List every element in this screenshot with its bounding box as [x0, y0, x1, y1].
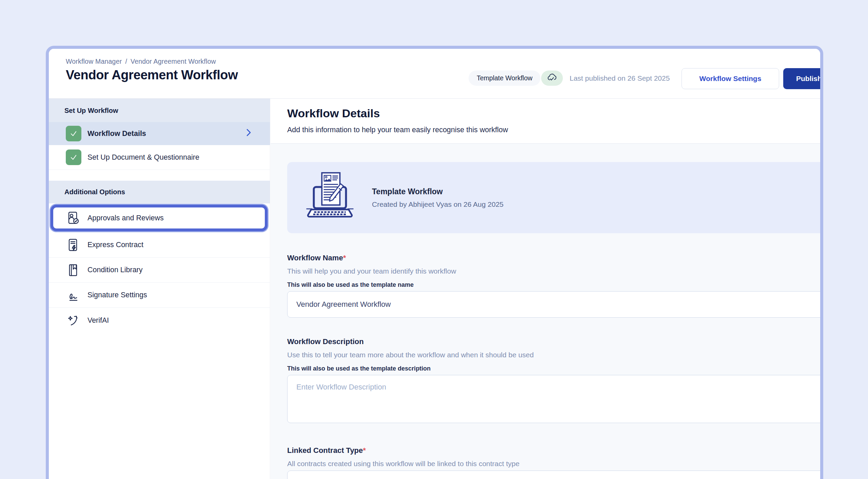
sidebar-item-workflow-details[interactable]: Workflow Details — [49, 122, 270, 145]
sidebar-item-label: Condition Library — [87, 266, 143, 274]
approvals-icon — [66, 211, 81, 225]
linked-contract-type-helper: All contracts created using this workflo… — [287, 460, 823, 468]
linked-contract-type-label-text: Linked Contract Type — [287, 446, 363, 455]
field-workflow-name: Workflow Name* This will help you and yo… — [287, 254, 823, 318]
publish-button[interactable]: Publish — [783, 68, 823, 89]
sidebar-item-label: Express Contract — [87, 241, 143, 249]
template-workflow-badge: Template Workflow — [469, 71, 540, 86]
chevron-right-icon — [245, 128, 252, 139]
main-subheading: Add this information to help your team e… — [287, 126, 508, 134]
workflow-name-helper: This will help you and your team identif… — [287, 267, 823, 275]
sidebar-item-label: Set Up Document & Questionnaire — [87, 153, 199, 162]
field-workflow-description: Workflow Description Use this to tell yo… — [287, 337, 823, 423]
linked-contract-type-input[interactable] — [287, 471, 823, 479]
published-cloud-pill — [541, 71, 563, 86]
verifai-icon — [66, 313, 81, 328]
sidebar-item-label: VerifAI — [87, 316, 109, 325]
sidebar-item-approvals-wrap: Approvals and Reviews — [49, 203, 270, 233]
laptop-document-illustration — [304, 170, 356, 225]
completed-checkbox-icon — [66, 149, 81, 165]
template-card-subtitle: Created by Abhijeet Vyas on 26 Aug 2025 — [372, 200, 504, 208]
breadcrumb-separator: / — [125, 58, 127, 65]
required-asterisk: * — [363, 446, 366, 455]
cloud-check-icon — [547, 73, 557, 83]
express-contract-icon — [66, 238, 81, 253]
sidebar-item-label: Approvals and Reviews — [87, 214, 164, 222]
top-bar: Workflow Manager / Vendor Agreement Work… — [49, 49, 820, 99]
main-header: Workflow Details Add this information to… — [271, 99, 823, 144]
sidebar-item-verifai[interactable]: VerifAI — [49, 308, 270, 333]
workflow-description-helper: Use this to tell your team more about th… — [287, 351, 823, 359]
main-heading: Workflow Details — [287, 107, 380, 120]
workflow-name-label: Workflow Name* — [287, 254, 823, 262]
breadcrumb-workflow-manager[interactable]: Workflow Manager — [66, 58, 122, 65]
sidebar-item-approvals-and-reviews[interactable]: Approvals and Reviews — [51, 205, 268, 231]
workflow-description-note: This will also be used as the template d… — [287, 365, 823, 372]
section-additional-options: Additional Options — [49, 181, 270, 203]
template-card-text: Template Workflow Created by Abhijeet Vy… — [372, 187, 504, 208]
sidebar-item-signature-settings[interactable]: Signature Settings — [49, 283, 270, 308]
signature-icon — [66, 288, 81, 303]
sidebar-item-condition-library[interactable]: Condition Library — [49, 258, 270, 283]
section-set-up-workflow: Set Up Workflow — [49, 99, 270, 122]
workflow-settings-button[interactable]: Workflow Settings — [682, 68, 779, 89]
field-linked-contract-type: Linked Contract Type* All contracts crea… — [287, 446, 823, 479]
workflow-description-textarea[interactable] — [287, 375, 823, 423]
workflow-description-label: Workflow Description — [287, 337, 823, 346]
template-card-title: Template Workflow — [372, 187, 504, 196]
last-published-status: Last published on 26 Sept 2025 — [570, 74, 670, 82]
page-title: Vendor Agreement Workflow — [66, 68, 238, 82]
required-asterisk: * — [343, 254, 346, 262]
workflow-name-label-text: Workflow Name — [287, 254, 343, 262]
workflow-name-input[interactable] — [287, 291, 823, 318]
breadcrumb: Workflow Manager / Vendor Agreement Work… — [66, 58, 216, 65]
app-window: Workflow Manager / Vendor Agreement Work… — [46, 46, 823, 479]
condition-library-icon — [66, 263, 81, 278]
sidebar-item-set-up-document[interactable]: Set Up Document & Questionnaire — [49, 145, 270, 170]
sidebar: Set Up Workflow Workflow Details Set Up … — [49, 99, 270, 479]
sidebar-spacer — [49, 170, 270, 181]
sidebar-item-label: Signature Settings — [87, 291, 147, 299]
template-workflow-card: Template Workflow Created by Abhijeet Vy… — [287, 162, 823, 233]
main-body: Template Workflow Created by Abhijeet Vy… — [271, 144, 823, 479]
main-content: Workflow Details Add this information to… — [271, 99, 823, 479]
sidebar-item-label: Workflow Details — [87, 129, 146, 138]
completed-checkbox-icon — [66, 126, 81, 141]
workflow-name-note: This will also be used as the template n… — [287, 281, 823, 288]
linked-contract-type-label: Linked Contract Type* — [287, 446, 823, 455]
sidebar-item-express-contract[interactable]: Express Contract — [49, 233, 270, 258]
breadcrumb-current: Vendor Agreement Workflow — [131, 58, 216, 65]
